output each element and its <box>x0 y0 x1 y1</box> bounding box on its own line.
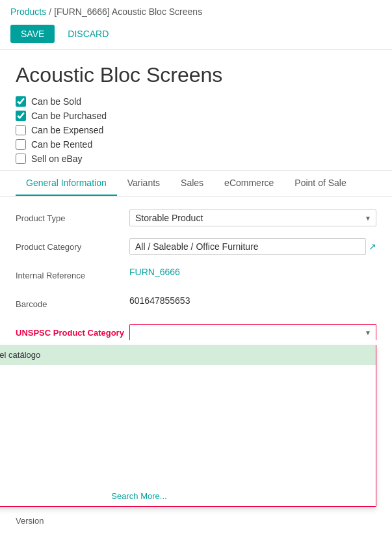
product-category-select[interactable]: All / Saleable / Office Furniture <box>129 238 366 255</box>
product-category-row: Product Category All / Saleable / Office… <box>16 238 376 259</box>
tabs: General InformationVariantsSaleseCommerc… <box>0 171 392 196</box>
barcode-row: Barcode 601647855653 <box>16 295 376 316</box>
notes-section: Internal Notes This note is only for int… <box>0 546 392 553</box>
checkbox[interactable] <box>16 125 26 135</box>
dropdown-item-0[interactable]: 01010101 No existe en el catálogo <box>0 345 376 365</box>
unspsc-row: UNSPSC Product Category ▼ <box>16 324 376 345</box>
unspsc-input[interactable] <box>129 324 376 340</box>
checkbox[interactable] <box>16 139 26 150</box>
version-row: Version <box>16 512 376 533</box>
unspsc-dropdown-menu: 01010101 No existe en el catálogo1010150… <box>0 345 376 507</box>
checkbox-list: Can be SoldCan be PurchasedCan be Expens… <box>16 96 376 164</box>
tab-ecommerce[interactable]: eCommerce <box>214 171 284 196</box>
checkbox-label: Can be Expensed <box>31 125 103 135</box>
barcode-value: 601647855653 <box>129 291 190 306</box>
dropdown-item-2[interactable]: 10101502 Perros <box>0 385 376 405</box>
dropdown-search-more[interactable]: Search More... <box>0 486 376 506</box>
version-label: Version <box>16 512 129 526</box>
toolbar: SAVE DISCARD <box>0 21 392 50</box>
breadcrumb-current: [FURN_6666] Acoustic Bloc Screens <box>54 7 202 17</box>
unspsc-input-wrapper: ▼ <box>129 324 376 340</box>
dropdown-item-1[interactable]: 10101501 Gatos vivos <box>0 365 376 385</box>
checkbox-item: Can be Purchased <box>16 111 376 121</box>
checkbox-item: Can be Sold <box>16 96 376 107</box>
product-title-section: Acoustic Bloc Screens Can be SoldCan be … <box>0 50 392 171</box>
dropdown-item-5[interactable]: 10101506 Caballos <box>0 446 376 466</box>
save-button[interactable]: SAVE <box>10 25 55 43</box>
dropdown-item-4[interactable]: 10101505 Ratas <box>0 425 376 446</box>
breadcrumb-products-link[interactable]: Products <box>10 7 46 17</box>
breadcrumb-separator: / <box>49 7 51 17</box>
external-link-icon[interactable]: ↗ <box>369 241 376 252</box>
product-type-value[interactable]: Storable Product <box>129 209 376 226</box>
product-type-label: Product Type <box>16 209 129 223</box>
checkbox-item: Can be Rented <box>16 139 376 150</box>
internal-reference-value: FURN_6666 <box>129 263 180 277</box>
barcode-label: Barcode <box>16 295 129 309</box>
checkbox[interactable] <box>16 111 26 121</box>
checkbox[interactable] <box>16 96 26 107</box>
checkbox[interactable] <box>16 154 26 164</box>
checkbox-label: Can be Rented <box>31 139 92 150</box>
discard-button[interactable]: DISCARD <box>60 25 116 43</box>
tab-sales[interactable]: Sales <box>170 171 214 196</box>
dropdown-item-6[interactable]: 10101507 Ovejas <box>0 466 376 486</box>
unspsc-label: UNSPSC Product Category <box>16 324 129 338</box>
checkbox-label: Sell on eBay <box>31 154 83 164</box>
tab-variants[interactable]: Variants <box>117 171 170 196</box>
checkbox-label: Can be Sold <box>31 96 81 107</box>
checkbox-label: Can be Purchased <box>31 111 107 121</box>
checkbox-item: Can be Expensed <box>16 125 376 135</box>
tab-general-information[interactable]: General Information <box>16 171 117 196</box>
breadcrumb: Products / [FURN_6666] Acoustic Bloc Scr… <box>0 0 392 21</box>
product-type-select[interactable]: Storable Product <box>129 209 376 226</box>
form-section: Product Type Storable Product Product Ca… <box>0 196 392 546</box>
product-title: Acoustic Bloc Screens <box>16 63 376 87</box>
checkbox-item: Sell on eBay <box>16 154 376 164</box>
tab-point-of-sale[interactable]: Point of Sale <box>284 171 356 196</box>
product-category-label: Product Category <box>16 238 129 252</box>
dropdown-item-3[interactable]: 10101504 Visón <box>0 405 376 425</box>
internal-reference-label: Internal Reference <box>16 267 129 280</box>
internal-reference-row: Internal Reference FURN_6666 <box>16 267 376 288</box>
product-type-row: Product Type Storable Product <box>16 209 376 230</box>
